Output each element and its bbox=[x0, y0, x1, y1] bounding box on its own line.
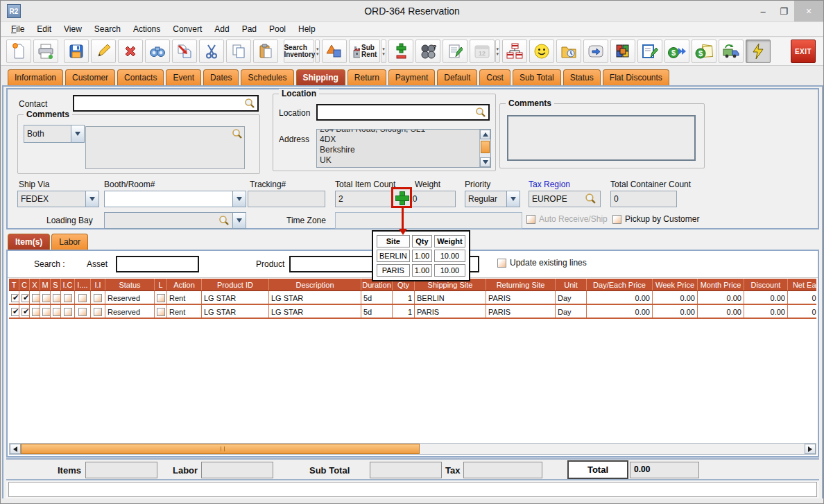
menu-view[interactable]: View bbox=[58, 24, 88, 34]
grid-cell[interactable] bbox=[51, 305, 61, 318]
dollar-notes-icon[interactable]: $ bbox=[692, 40, 716, 63]
tab-customer[interactable]: Customer bbox=[65, 69, 115, 85]
notes-icon[interactable] bbox=[443, 40, 467, 63]
sub-total-input[interactable] bbox=[370, 462, 442, 478]
grid-cell[interactable]: PARIS bbox=[486, 291, 556, 304]
items-total-input[interactable] bbox=[85, 462, 157, 478]
tab-cost[interactable]: Cost bbox=[479, 69, 510, 85]
tab-payment[interactable]: Payment bbox=[388, 69, 435, 85]
folder-clock-icon[interactable] bbox=[556, 40, 581, 63]
grid-cell[interactable] bbox=[91, 305, 105, 318]
tab-information[interactable]: Information bbox=[8, 69, 63, 85]
new-document-icon[interactable] bbox=[6, 40, 31, 63]
grid-cell[interactable]: 0.00 bbox=[744, 305, 788, 318]
shapes-icon[interactable] bbox=[322, 40, 347, 63]
checkbox-icon[interactable] bbox=[64, 308, 72, 316]
grid-cell[interactable]: Day bbox=[556, 305, 587, 318]
chevron-down-icon[interactable] bbox=[86, 191, 99, 207]
tab-flat-discounts[interactable]: Flat Discounts bbox=[603, 69, 669, 85]
edit-pencil-icon[interactable] bbox=[91, 40, 116, 63]
grid-cell[interactable]: PARIS bbox=[415, 305, 486, 318]
grid-cell[interactable]: 0.00 bbox=[788, 291, 816, 304]
calendar-icon[interactable]: 12 bbox=[470, 40, 495, 63]
scroll-right-icon[interactable] bbox=[805, 444, 816, 454]
table-row[interactable]: ReservedRentLG STARLG STAR5d1PARISPARISD… bbox=[9, 305, 816, 319]
maximize-button[interactable]: ❐ bbox=[773, 1, 794, 21]
grid-cell[interactable]: PARIS bbox=[486, 305, 556, 318]
grid-cell[interactable]: LG STAR bbox=[202, 305, 269, 318]
update-existing-checkbox[interactable]: Update existing lines bbox=[497, 258, 587, 268]
tab-shipping[interactable]: Shipping bbox=[296, 69, 345, 85]
grid-header-month-price[interactable]: Month Price bbox=[698, 279, 744, 290]
grid-header-t[interactable]: T bbox=[9, 279, 19, 290]
menu-help[interactable]: Help bbox=[292, 24, 322, 34]
auto-receive-ship-checkbox[interactable]: Auto Receive/Ship bbox=[526, 214, 608, 224]
grid-cell[interactable] bbox=[40, 291, 51, 304]
grid-cell[interactable] bbox=[75, 291, 91, 304]
grid-header-l[interactable]: L bbox=[155, 279, 167, 290]
grid-cell[interactable] bbox=[155, 305, 167, 318]
keyboard-key-icon[interactable] bbox=[583, 40, 608, 63]
search-icon[interactable] bbox=[232, 128, 243, 139]
sub-rent-icon[interactable]: Sub Rent bbox=[349, 40, 380, 63]
grid-header-i-c[interactable]: I.C bbox=[61, 279, 75, 290]
grid-cell[interactable] bbox=[61, 305, 75, 318]
grid-header-action[interactable]: Action bbox=[167, 279, 202, 290]
menu-convert[interactable]: Convert bbox=[166, 24, 208, 34]
asset-search-input[interactable] bbox=[116, 256, 199, 272]
checkbox-icon[interactable] bbox=[78, 308, 87, 316]
grid-cell[interactable]: Reserved bbox=[105, 305, 155, 318]
total-item-count-input[interactable]: 2 bbox=[335, 191, 400, 207]
menu-actions[interactable]: Actions bbox=[127, 24, 166, 34]
booth-room-select[interactable] bbox=[104, 191, 246, 207]
grid-cell[interactable] bbox=[30, 305, 40, 318]
search-inventory-dropdown-icon[interactable]: ▾▾ bbox=[315, 40, 320, 63]
grid-cell[interactable] bbox=[30, 291, 40, 304]
delete-icon[interactable] bbox=[118, 40, 143, 63]
search-icon[interactable] bbox=[475, 107, 486, 118]
grid-cell[interactable]: 1 bbox=[393, 305, 415, 318]
scroll-up-icon[interactable] bbox=[480, 130, 490, 139]
exit-button[interactable]: EXIT bbox=[791, 40, 816, 63]
comments-type-select[interactable]: Both bbox=[24, 125, 85, 143]
calendar-dropdown-icon[interactable]: ▾▾ bbox=[495, 40, 500, 63]
comments-right-textarea[interactable] bbox=[507, 115, 696, 161]
tab-item-s-[interactable]: Item(s) bbox=[8, 234, 50, 250]
grid-cell[interactable]: LG STAR bbox=[269, 291, 361, 304]
checkbox-icon[interactable] bbox=[22, 308, 30, 316]
blocks-icon[interactable] bbox=[610, 40, 635, 63]
scroll-left-icon[interactable] bbox=[10, 444, 21, 454]
lightning-icon[interactable] bbox=[746, 40, 771, 63]
labor-total-input[interactable] bbox=[201, 462, 273, 478]
grid-cell[interactable]: 0.00 bbox=[653, 305, 698, 318]
search-icon[interactable] bbox=[244, 98, 255, 109]
grid-cell[interactable]: 0.00 bbox=[653, 291, 698, 304]
grid-cell[interactable] bbox=[155, 291, 167, 304]
tab-labor[interactable]: Labor bbox=[51, 234, 88, 250]
address-scrollbar[interactable] bbox=[479, 130, 490, 167]
tab-return[interactable]: Return bbox=[347, 69, 386, 85]
tab-event[interactable]: Event bbox=[166, 69, 201, 85]
checkbox-icon[interactable] bbox=[11, 308, 19, 316]
grid-cell[interactable]: 0.00 bbox=[698, 291, 744, 304]
tab-schedules[interactable]: Schedules bbox=[241, 69, 293, 85]
grid-cell[interactable] bbox=[51, 291, 61, 304]
checkbox-icon[interactable] bbox=[11, 294, 19, 302]
checkbox-icon[interactable] bbox=[612, 215, 621, 224]
weight-input[interactable]: 20 bbox=[404, 191, 456, 207]
tab-contacts[interactable]: Contacts bbox=[117, 69, 164, 85]
location-input[interactable] bbox=[316, 104, 490, 121]
checkbox-icon[interactable] bbox=[32, 308, 40, 316]
tab-default[interactable]: Default bbox=[437, 69, 477, 85]
grid-cell[interactable] bbox=[61, 291, 75, 304]
grid-cell[interactable]: LG STAR bbox=[202, 291, 269, 304]
grid-cell[interactable] bbox=[9, 291, 19, 304]
menu-edit[interactable]: Edit bbox=[31, 24, 58, 34]
address-box[interactable]: 264 Bath Road, Slough, SL14DXBerkshireUK bbox=[316, 129, 491, 168]
ship-via-select[interactable]: FEDEX bbox=[17, 191, 99, 207]
grid-header-status[interactable]: Status bbox=[105, 279, 155, 290]
close-button[interactable]: × bbox=[794, 1, 823, 21]
search-inventory-icon[interactable]: SearchInventory bbox=[284, 40, 314, 63]
checkbox-icon[interactable] bbox=[157, 294, 165, 302]
total-container-count-input[interactable]: 0 bbox=[610, 191, 677, 207]
